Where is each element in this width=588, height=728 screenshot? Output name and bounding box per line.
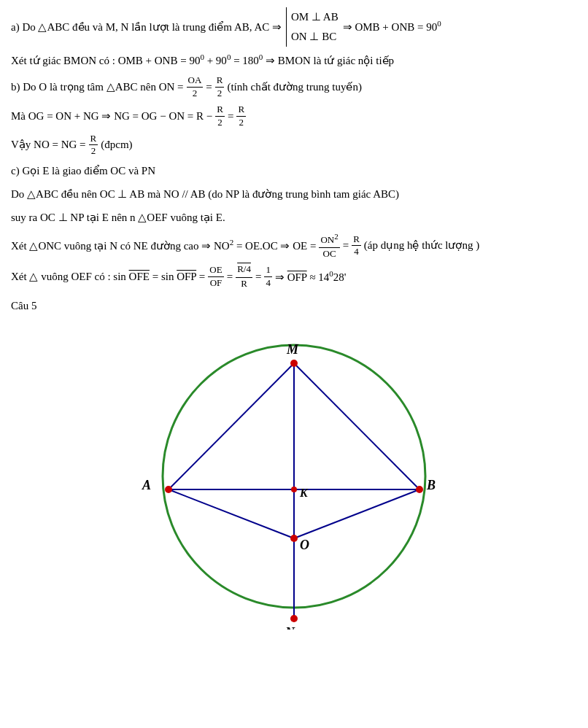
line-BO [294,489,419,538]
property-label: (tính chất đường trung tuyến) [227,77,361,97]
point-B [416,486,423,493]
label-N: N [285,625,295,630]
part-c-line5: Xét △ vuông OEF có : sin OFE = sin OFP =… [11,263,577,290]
ap-dung: (áp dụng hệ thức lượng ) [364,236,479,255]
part-b-intro: b) Do O là trọng tâm △ABC nên ON = [11,77,184,97]
part-b-conclusion: Vậy NO = NG = [11,135,86,155]
diagram-container: M A B K O N [11,323,577,630]
part-c-xet-onc: Xét △ONC vuông tại N có NE đường cao ⇒ N… [11,236,316,256]
part-c-xet-oef: Xét △ vuông OEF có : sin OFE = sin OFP = [11,267,205,287]
point-N [290,615,298,622]
line-AO [169,489,294,538]
label-K: K [299,487,309,499]
part-c-ofp: ⇒ OFP ≈ 14028' [275,267,347,287]
geometry-diagram: M A B K O N [112,323,476,630]
part-b-line1: b) Do O là trọng tâm △ABC nên ON = OA 2 … [11,74,577,100]
part-c-oc-ab: Do △ABC đều nên OC ⊥ AB mà NO // AB (do … [11,185,399,204]
label-O: O [300,538,309,552]
frac-oe-of: OE OF [208,264,223,290]
part-c-intro: c) Gọi E là giao điểm OC và PN [11,161,155,181]
part-a-conclusion: Xét tứ giác BMON có : OMB + ONB = 900 + … [11,50,394,71]
frac-1-4: 1 4 [264,264,272,290]
frac-r2-b3: R 2 [236,104,246,129]
line-MB [294,363,419,489]
part-b-og: Mà OG = ON + NG ⇒ NG = OG − ON = R − [11,107,212,126]
point-M [290,360,298,367]
point-K [291,487,297,492]
frac-r2-b2: R 2 [215,104,225,129]
frac-on2-oc: ON2 OC [319,231,339,260]
part-a-line1: a) Do △ABC đều và M, N lần lượt là trung… [11,7,577,47]
line-AM [169,363,294,489]
part-a-conditions: OM ⊥ AB ON ⊥ BC [286,7,339,47]
frac-oa2: OA 2 [187,74,204,100]
part-a-line2: Xét tứ giác BMON có : OMB + ONB = 900 + … [11,50,577,71]
cau5-text: Câu 5 [11,296,36,316]
label-A: A [142,478,151,492]
part-c-line4: Xét △ONC vuông tại N có NE đường cao ⇒ N… [11,231,577,260]
part-b-line3: Vậy NO = NG = R 2 (đpcm) [11,133,577,158]
label-B: B [426,478,436,492]
part-c-line3: suy ra OC ⊥ NP tại E nên n △OEF vuông tạ… [11,208,577,228]
point-A [165,486,172,493]
cau5-label: Câu 5 [11,296,577,316]
part-c-suyra: suy ra OC ⊥ NP tại E nên n △OEF vuông tạ… [11,208,225,228]
label-M: M [286,342,299,357]
part-c-line1: c) Gọi E là giao điểm OC và PN [11,161,577,181]
part-b-line2: Mà OG = ON + NG ⇒ NG = OG − ON = R − R 2… [11,104,577,129]
frac-r4-r: R/4 R [236,263,252,290]
dpcm: (đpcm) [101,135,132,155]
frac-r4: R 4 [352,233,361,259]
frac-r2-b4: R 2 [89,133,98,158]
part-c-line2: Do △ABC đều nên OC ⊥ AB mà NO // AB (do … [11,185,577,204]
equals-r2: = [206,77,212,97]
part-a-intro: a) Do △ABC đều và M, N lần lượt là trung… [11,18,282,37]
main-content: a) Do △ABC đều và M, N lần lượt là trung… [11,7,577,630]
frac-r2-b1: R 2 [215,74,225,100]
part-a-result: ⇒ OMB + ONB = 900 [343,17,441,37]
point-O [290,535,298,542]
